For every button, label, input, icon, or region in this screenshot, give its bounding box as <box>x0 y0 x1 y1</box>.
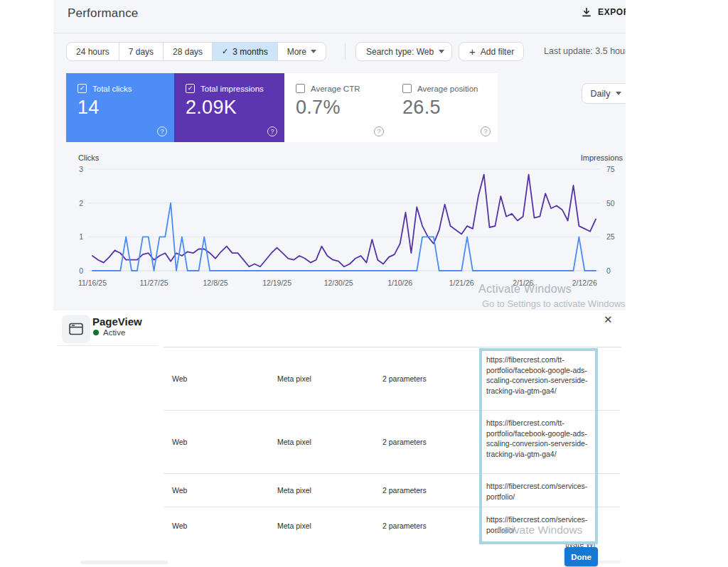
pageview-status: Active <box>93 328 125 337</box>
checkbox-checked-icon[interactable]: ✓ <box>186 84 195 93</box>
activate-windows-watermark: Activate Windows <box>496 524 582 536</box>
date-range-segmented-control: 24 hours 7 days 28 days ✓ 3 months More <box>66 42 326 61</box>
chevron-down-icon <box>439 50 444 53</box>
add-filter-button[interactable]: + Add filter <box>459 42 524 61</box>
chevron-down-icon <box>616 92 621 95</box>
metric-card-total-clicks[interactable]: ✓ Total clicks 14 ? <box>66 73 174 142</box>
svg-text:12/30/25: 12/30/25 <box>324 279 353 287</box>
average-ctr-value: 0.7% <box>296 97 341 119</box>
svg-text:1/10/26: 1/10/26 <box>387 279 412 287</box>
interval-dropdown[interactable]: Daily <box>582 83 626 104</box>
export-button[interactable]: EXPORT <box>582 7 626 17</box>
checkbox-unchecked-icon[interactable] <box>296 84 305 93</box>
tag-result-row: Web Meta pixel 2 parameters https://fibe… <box>164 347 620 411</box>
svg-text:2/12/26: 2/12/26 <box>572 279 597 287</box>
export-label: EXPORT <box>598 7 626 17</box>
platform-cell: Web <box>172 486 187 495</box>
date-range-28-days[interactable]: 28 days <box>164 43 213 60</box>
svg-text:11/27/25: 11/27/25 <box>139 279 168 287</box>
svg-text:12/8/25: 12/8/25 <box>203 279 228 287</box>
active-status-dot <box>93 330 99 335</box>
parameters-cell: 2 parameters <box>382 438 427 446</box>
platform-cell: Web <box>172 438 187 446</box>
svg-text:25: 25 <box>606 232 615 241</box>
svg-text:75: 75 <box>606 165 615 173</box>
svg-text:11/16/25: 11/16/25 <box>78 279 107 287</box>
activate-windows-subtext: Go to Settings to activate Windows <box>482 298 626 309</box>
svg-text:Impressions: Impressions <box>581 153 623 162</box>
svg-text:2: 2 <box>79 199 83 207</box>
bottom-edge-mark <box>599 561 621 563</box>
svg-text:1/21/26: 1/21/26 <box>449 279 474 287</box>
help-icon[interactable]: ? <box>481 126 491 136</box>
search-console-panel: Performance EXPORT 24 hours 7 days 28 da… <box>53 0 626 310</box>
tag-type-cell: Meta pixel <box>277 438 311 446</box>
help-icon[interactable]: ? <box>157 126 167 136</box>
svg-text:12/19/25: 12/19/25 <box>262 279 291 287</box>
plus-icon: + <box>469 45 476 58</box>
svg-text:Clicks: Clicks <box>78 153 100 162</box>
platform-cell: Web <box>172 522 187 530</box>
metric-card-total-impressions[interactable]: ✓ Total impressions 2.09K ? <box>174 73 284 142</box>
svg-text:0: 0 <box>606 266 611 275</box>
search-type-dropdown[interactable]: Search type: Web <box>355 42 452 61</box>
tag-result-row: Web Meta pixel 2 parameters https://fibe… <box>164 474 620 507</box>
chevron-down-icon <box>311 50 316 53</box>
total-clicks-value: 14 <box>77 97 100 119</box>
header-divider <box>53 33 626 33</box>
url-cell: https://fibercrest.com/tt-portfolio/face… <box>486 418 596 459</box>
activate-windows-watermark: Activate Windows <box>478 283 572 296</box>
parameters-cell: 2 parameters <box>382 522 427 530</box>
total-impressions-value: 2.09K <box>186 97 237 119</box>
browser-window-icon <box>68 322 84 336</box>
status-label: Active <box>103 328 125 337</box>
tag-type-cell: Meta pixel <box>277 522 311 530</box>
checkbox-checked-icon[interactable]: ✓ <box>77 84 87 93</box>
bottom-scroll-track <box>80 561 168 564</box>
pageview-title: PageView <box>92 315 142 328</box>
pageview-icon-box <box>62 315 90 343</box>
svg-text:0: 0 <box>79 266 83 275</box>
performance-chart: 01230255075ClicksImpressions11/16/2511/2… <box>53 149 626 291</box>
date-range-more-dropdown[interactable]: More <box>278 43 326 60</box>
filter-separator <box>345 43 346 60</box>
platform-cell: Web <box>172 374 187 383</box>
date-range-24-hours[interactable]: 24 hours <box>67 43 119 60</box>
close-icon[interactable]: ✕ <box>604 313 613 326</box>
average-position-value: 26.5 <box>402 97 441 119</box>
url-cell: https://fibercrest.com/tt-portfolio/face… <box>486 355 596 396</box>
metric-card-average-ctr[interactable]: Average CTR 0.7% ? <box>284 73 391 142</box>
tag-result-row: Web Meta pixel 2 parameters https://fibe… <box>164 411 620 474</box>
done-button[interactable]: Done <box>564 547 598 566</box>
check-icon: ✓ <box>222 47 228 56</box>
url-cell: https://fibercrest.com/services-portfoli… <box>486 481 596 502</box>
left-divider <box>57 345 158 346</box>
help-icon[interactable]: ? <box>267 126 277 136</box>
svg-text:1: 1 <box>79 232 83 241</box>
last-update-text: Last update: 3.5 hours <box>544 46 626 56</box>
page-title: Performance <box>68 6 139 21</box>
filter-bar: 24 hours 7 days 28 days ✓ 3 months More … <box>66 42 626 62</box>
download-icon <box>582 7 592 17</box>
date-range-3-months[interactable]: ✓ 3 months <box>213 43 278 60</box>
parameters-cell: 2 parameters <box>382 486 427 495</box>
svg-text:50: 50 <box>606 199 615 207</box>
parameters-cell: 2 parameters <box>382 374 427 383</box>
metric-card-average-position[interactable]: Average position 26.5 ? <box>391 73 498 142</box>
tag-type-cell: Meta pixel <box>277 486 311 495</box>
help-icon[interactable]: ? <box>374 126 384 136</box>
date-range-7-days[interactable]: 7 days <box>119 43 164 60</box>
svg-text:3: 3 <box>79 165 83 173</box>
checkbox-unchecked-icon[interactable] <box>402 84 412 93</box>
tag-type-cell: Meta pixel <box>277 374 311 383</box>
